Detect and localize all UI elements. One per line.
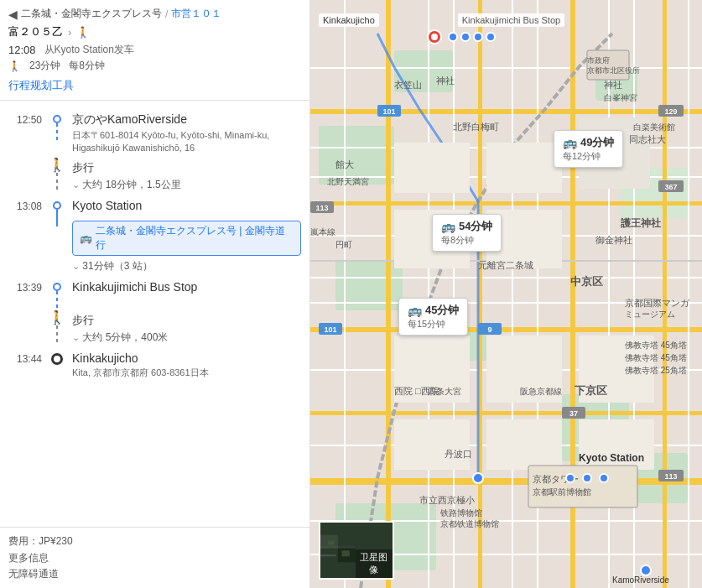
step-kyoto-station: 13:08 Kyoto Station 🚌 二条城・金閣寺エクスプレス号 | 金… (0, 197, 309, 278)
step-kinkakujimichi: 13:39 Kinkakujimichi Bus Stop (0, 278, 309, 313)
map-area[interactable]: 101 9 101 37 367 129 113 113 北野白梅町 衣笠山 神… (310, 0, 702, 588)
popup-54min: 🚌 54分钟 每8分钟 (432, 214, 502, 252)
svg-text:護王神社: 護王神社 (621, 217, 662, 229)
svg-text:京都国際マンガ: 京都国際マンガ (625, 298, 690, 308)
svg-rect-110 (587, 50, 629, 80)
left-panel: ◀ 二条城・金閣寺エクスプレス号 / 市営１０１ 富２０５乙 › 🚶 12:08… (0, 0, 310, 588)
svg-text:佛教寺塔 45角塔: 佛教寺塔 45角塔 (625, 341, 687, 350)
top-bar: ◀ 二条城・金閣寺エクスプレス号 / 市営１０１ 富２０５乙 › 🚶 12:08… (0, 0, 309, 101)
bottom-info: 费用：JP¥230 更多信息 无障碍通道 (0, 527, 309, 588)
walk-detail-1: ⌄ 大约 18分钟，1.5公里 (72, 178, 301, 192)
svg-rect-48 (486, 419, 562, 470)
svg-rect-47 (394, 419, 470, 470)
svg-text:嵐本線: 嵐本線 (310, 227, 335, 237)
step-line-walk1 (56, 173, 58, 190)
accessibility-label: 无障碍通道 (8, 568, 59, 580)
breadcrumb-item-2: 市営１０１ (171, 7, 221, 21)
svg-text:神社: 神社 (436, 75, 455, 86)
svg-text:37: 37 (569, 409, 578, 418)
svg-rect-11 (310, 109, 702, 114)
step-time-4: 13:44 (8, 351, 42, 365)
step-line-3 (56, 291, 58, 308)
step-line-walk2 (56, 325, 58, 342)
bus-badge: 🚌 二条城・金閣寺エクスプレス号 | 金閣寺道行 (72, 221, 301, 256)
step-icon-col-1 (49, 112, 65, 140)
walk-small-icon: 🚶 (8, 60, 21, 72)
step-content-walk1: 步行 ⌄ 大约 18分钟，1.5公里 (72, 160, 301, 192)
svg-text:367: 367 (664, 183, 677, 191)
svg-rect-13 (310, 327, 702, 332)
svg-rect-117 (342, 550, 350, 556)
popup-45-sub: 每15分钟 (408, 318, 459, 330)
svg-text:御金神社: 御金神社 (595, 235, 632, 245)
svg-text:佛教寺塔 45角塔: 佛教寺塔 45角塔 (625, 353, 687, 362)
step-title-kamoriverside: 京のやKamoRiverside (72, 112, 301, 127)
popup-49min: 🚌 49分钟 每12分钟 (554, 130, 623, 168)
step-icon-col-walk1: 🚶 (49, 160, 65, 190)
svg-point-102 (449, 33, 457, 41)
svg-text:白楽美術館: 白楽美術館 (633, 122, 675, 132)
route-label: 富２０５乙 (8, 24, 63, 39)
step-icon-col-walk2: 🚶 (49, 313, 65, 342)
svg-text:京都市北区役所: 京都市北区役所 (587, 66, 640, 75)
step-subtitle-kamoriverside: 日本〒601-8014 Kyōto-fu, Kyōto-shi, Minami-… (72, 129, 301, 155)
svg-text:佛教寺塔 25角塔: 佛教寺塔 25角塔 (625, 366, 687, 375)
step-subtitle-kinkakujicho: Kita, 京都市京都府 603-8361日本 (72, 367, 301, 379)
svg-point-99 (566, 474, 575, 482)
planner-link[interactable]: 行程规划工具 (8, 78, 74, 93)
svg-rect-14 (310, 411, 702, 415)
satellite-image (320, 521, 356, 578)
step-walk-2: 🚶 步行 ⌄ 大约 5分钟，400米 (0, 313, 309, 350)
step-dot-2 (53, 201, 61, 210)
step-dot-dest (51, 353, 63, 365)
price-label: 费用：JP¥230 (8, 535, 73, 547)
svg-point-107 (431, 34, 438, 40)
svg-text:101: 101 (324, 325, 336, 334)
step-line-1 (56, 123, 58, 140)
svg-text:Kyoto Station: Kyoto Station (579, 452, 644, 464)
bus-badge-container: 🚌 二条城・金閣寺エクスプレス号 | 金閣寺道行 (72, 217, 301, 256)
svg-rect-50 (528, 466, 637, 507)
walk-label-1: 步行 (72, 160, 301, 175)
step-time-walk1 (8, 160, 42, 162)
step-walk-1: 🚶 步行 ⌄ 大约 18分钟，1.5公里 (0, 160, 309, 197)
step-title-kinkakujimichi: Kinkakujimichi Bus Stop (72, 280, 301, 294)
duration-walk: 23分钟 (29, 59, 60, 73)
svg-text:丹波口: 丹波口 (445, 449, 472, 459)
svg-rect-39 (394, 143, 470, 193)
arrow-icon: › (68, 26, 71, 39)
svg-rect-26 (386, 0, 391, 588)
svg-text:铁路博物馆: 铁路博物馆 (439, 508, 482, 518)
svg-rect-40 (486, 143, 562, 193)
svg-rect-33 (512, 0, 513, 588)
satellite-thumb[interactable]: 卫星图像 (319, 521, 394, 580)
step-time-3: 13:39 (8, 280, 42, 294)
step-dot-3 (53, 283, 61, 291)
svg-point-105 (486, 33, 495, 41)
svg-text:下京区: 下京区 (575, 384, 607, 397)
svg-rect-20 (310, 277, 702, 278)
price-row: 费用：JP¥230 (8, 534, 301, 549)
popup-49-sub: 每12分钟 (563, 150, 614, 163)
more-info-label: 更多信息 (8, 552, 49, 564)
svg-rect-30 (344, 0, 346, 588)
step-content-3: Kinkakujimichi Bus Stop (72, 280, 301, 294)
bus-icon-popup2: 🚌 (563, 136, 577, 149)
svg-rect-119 (320, 547, 356, 548)
step-time-walk2 (8, 313, 42, 315)
popup-54-text: 54分钟 (459, 219, 492, 234)
time-row: 12:08 从Kyoto Station发车 (8, 43, 301, 57)
step-line-2 (56, 210, 58, 226)
bus-step-detail: ⌄ 31分钟（3 站） (72, 259, 301, 273)
svg-point-98 (473, 473, 483, 483)
svg-rect-118 (320, 554, 336, 556)
svg-text:京都駅前博物館: 京都駅前博物館 (533, 487, 591, 497)
back-icon[interactable]: ◀ (8, 8, 18, 21)
svg-point-104 (474, 33, 482, 41)
departure-note: 从Kyoto Station发车 (44, 43, 134, 57)
svg-text:阪急京都線: 阪急京都線 (520, 387, 562, 396)
more-info-row: 更多信息 (8, 551, 301, 565)
step-title-kinkakujicho: Kinkakujicho (72, 351, 301, 365)
svg-text:北野白梅町: 北野白梅町 (453, 122, 499, 132)
svg-text:101: 101 (382, 107, 395, 116)
